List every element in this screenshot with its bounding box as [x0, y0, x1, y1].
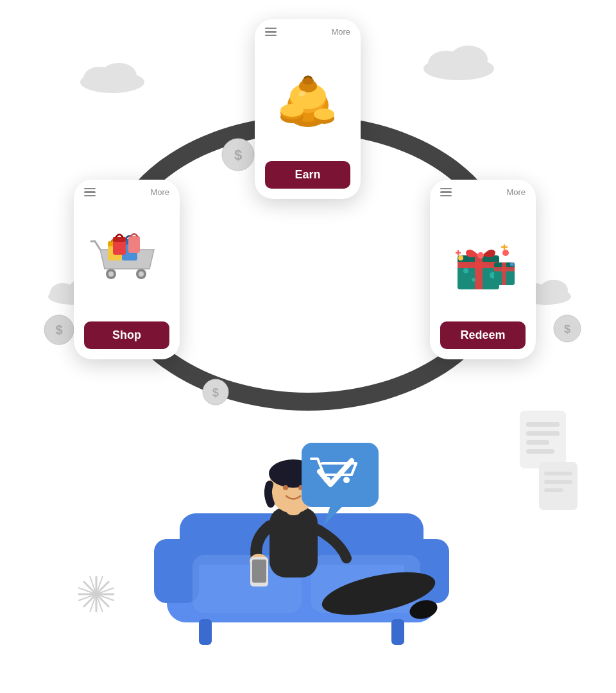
earn-more-label: More	[331, 27, 350, 37]
deco-coin-left-top: $	[221, 138, 255, 174]
cloud-top-left	[77, 58, 148, 96]
svg-rect-64	[475, 255, 483, 289]
svg-rect-65	[458, 262, 499, 268]
gift-illustration	[448, 227, 518, 291]
redeem-more-label: More	[506, 187, 526, 197]
svg-rect-60	[113, 237, 126, 242]
phone-earn-header: More	[255, 19, 361, 42]
svg-rect-22	[526, 431, 560, 436]
cloud-top-right	[420, 42, 497, 83]
svg-rect-21	[526, 422, 560, 427]
svg-rect-27	[544, 480, 572, 484]
svg-text:$: $	[234, 147, 242, 163]
svg-rect-91	[270, 507, 318, 578]
shop-image-area	[74, 202, 180, 316]
svg-rect-25	[539, 462, 578, 510]
redeem-hamburger-icon	[440, 188, 452, 197]
svg-point-43	[302, 77, 314, 85]
phone-earn-card: More	[255, 19, 361, 199]
shop-more-label: More	[150, 187, 169, 197]
deco-file-right-2	[539, 462, 578, 510]
svg-point-2	[101, 63, 137, 89]
svg-point-74	[502, 250, 509, 256]
svg-point-5	[449, 46, 488, 74]
svg-point-54	[139, 271, 144, 277]
svg-rect-28	[544, 488, 563, 492]
svg-point-66	[477, 252, 484, 259]
main-illustration-svg	[141, 359, 475, 667]
svg-point-52	[108, 271, 114, 277]
svg-rect-61	[128, 236, 140, 253]
svg-rect-20	[520, 411, 566, 468]
svg-point-102	[343, 477, 350, 483]
earn-hamburger-icon	[265, 28, 277, 37]
svg-point-76	[510, 262, 514, 266]
svg-point-75	[458, 255, 463, 261]
svg-point-11	[540, 280, 568, 300]
shop-hamburger-icon	[84, 188, 96, 197]
svg-rect-88	[391, 619, 404, 645]
deco-coin-right-mid: $	[553, 314, 581, 345]
phone-shop-card: More	[74, 180, 180, 359]
phone-shop-header: More	[74, 180, 180, 202]
svg-rect-23	[526, 440, 549, 445]
svg-rect-87	[199, 619, 212, 645]
svg-point-48	[314, 108, 334, 120]
svg-point-46	[280, 104, 304, 117]
main-scene: $ $ $ $	[0, 0, 616, 693]
svg-text:$: $	[564, 323, 570, 336]
svg-rect-24	[526, 449, 554, 454]
svg-point-67	[463, 268, 468, 273]
phone-redeem-header: More	[430, 180, 536, 202]
svg-point-69	[472, 278, 475, 282]
earn-image-area	[255, 42, 361, 156]
person-couch-illustration	[141, 359, 475, 667]
svg-rect-99	[252, 560, 266, 583]
redeem-image-area	[430, 202, 536, 316]
coins-illustration	[273, 67, 343, 131]
svg-rect-73	[494, 267, 515, 271]
shopping-cart-illustration	[89, 227, 166, 291]
svg-rect-83	[154, 539, 199, 603]
svg-rect-72	[502, 262, 506, 285]
earn-action-button[interactable]: Earn	[265, 161, 350, 189]
deco-burst	[74, 572, 119, 619]
svg-text:$: $	[55, 323, 62, 337]
svg-point-101	[324, 477, 330, 483]
svg-point-95	[283, 485, 288, 490]
deco-file-right	[520, 411, 566, 468]
phone-redeem-card: More	[430, 180, 536, 359]
shop-action-button[interactable]: Shop	[84, 321, 169, 349]
deco-coin-left-mid: $	[44, 314, 74, 348]
svg-rect-26	[544, 472, 572, 475]
redeem-action-button[interactable]: Redeem	[440, 321, 526, 349]
